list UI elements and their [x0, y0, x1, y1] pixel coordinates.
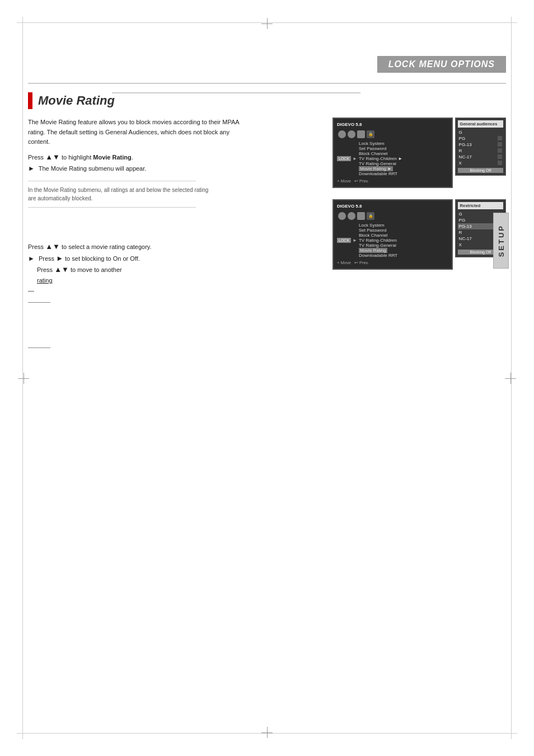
dash2: [28, 348, 50, 348]
step2-keys2: ►: [56, 254, 63, 262]
note-section1: [28, 302, 274, 303]
lock-menu2: Lock System Set Password Block Channel T…: [359, 223, 397, 258]
divider2: [28, 207, 196, 208]
screen2-container: DIGEVO 5.8 🔒 LOCK ► Lock System Set Pass…: [332, 199, 506, 275]
lock-arrow1: ►: [353, 156, 357, 161]
blocking-off1: Blocking Off: [458, 168, 503, 173]
screen1-container: DIGEVO 5.8 🔒 LOCK ► Lock System: [332, 118, 506, 194]
step2-arrow: ►: [28, 255, 35, 262]
movie-rating-hl1: Movie Rating ►: [359, 166, 393, 171]
left-content: The Movie Rating feature allows you to b…: [28, 118, 274, 350]
setup-tab-label: SETUP: [497, 224, 505, 257]
step1-arrow: ►: [28, 165, 35, 172]
note1: In the Movie Rating submenu, all ratings…: [28, 186, 274, 203]
move-label1: + Move: [337, 179, 351, 184]
right-panel1: General audiences G PG PG-13 R NC-17 X B…: [455, 118, 506, 176]
screen2-header: DIGEVO 5.8: [337, 204, 448, 209]
icon-lock1: 🔒: [367, 130, 374, 138]
rating-pg1: PG: [458, 135, 503, 142]
crosshair-top: [261, 18, 273, 29]
icon-settings2: [348, 212, 355, 220]
lock-menu1: Lock System Set Password Block Channel T…: [359, 141, 402, 176]
lock-label1: LOCK: [337, 156, 351, 161]
icon-signal2: [338, 212, 346, 220]
header-line: [28, 83, 506, 84]
screen2-bottom: + Move ↩ Prev.: [337, 260, 448, 265]
step2-rating-text: rating: [37, 276, 274, 286]
panel1-title: General audiences: [458, 120, 503, 128]
section-title-line: [112, 92, 360, 93]
step1-block: Press ▲▼ to highlight Movie Rating. ► Th…: [28, 152, 274, 174]
note-section2: [28, 348, 274, 348]
icon-lock2: 🔒: [367, 212, 374, 220]
move-label2: + Move: [337, 260, 351, 265]
screen1-logo: DIGEVO 5.8: [337, 122, 362, 127]
crosshair-right: [505, 373, 516, 384]
icon-display2: [357, 212, 365, 220]
step2-block: Press ▲▼ to select a movie rating catego…: [28, 241, 274, 296]
section-title: Movie Rating: [38, 93, 115, 108]
step2-keys: ▲▼: [45, 242, 60, 251]
movie-rating-hl2: Movie Rating: [359, 248, 387, 253]
step1-arrow-text: ► The Movie Rating submenu will appear.: [28, 163, 274, 174]
panel2-title: Restricted: [458, 202, 503, 209]
icon-settings1: [348, 130, 355, 138]
cb-pg1: [498, 136, 502, 140]
section-title-area: Movie Rating: [28, 92, 115, 109]
header-title-box: LOCK MENU OPTIONS: [377, 56, 506, 73]
screen1: DIGEVO 5.8 🔒 LOCK ► Lock System: [332, 118, 453, 188]
rating-pg131: PG-13: [458, 142, 503, 148]
prev-label2: ↩ Prev.: [354, 260, 369, 265]
icon-signal1: [338, 130, 346, 138]
step2-sub-text: Press ▲▼ to move to another: [37, 264, 274, 276]
header-title: LOCK MENU OPTIONS: [388, 59, 495, 69]
crosshair-bottom: [261, 727, 273, 738]
intro-text: The Movie Rating feature allows you to b…: [28, 118, 274, 147]
step1-text: Press ▲▼ to highlight Movie Rating.: [28, 152, 274, 163]
screen2-logo: DIGEVO 5.8: [337, 204, 362, 209]
content-area: The Movie Rating feature allows you to b…: [28, 118, 506, 717]
crosshair-left: [18, 373, 29, 384]
lock-arrow2: ►: [353, 238, 357, 243]
lock-row1: LOCK ► Lock System Set Password Block Ch…: [337, 141, 448, 176]
screen1-bottom: + Move ↩ Prev.: [337, 179, 448, 184]
divider1: [28, 181, 196, 181]
screen2: DIGEVO 5.8 🔒 LOCK ► Lock System Set Pass…: [332, 199, 453, 270]
step2-dash-line: —: [28, 286, 274, 296]
icon-display1: [357, 130, 365, 138]
right-screens: DIGEVO 5.8 🔒 LOCK ► Lock System: [332, 118, 506, 281]
screen1-header: DIGEVO 5.8: [337, 122, 448, 127]
step2-text: Press ▲▼ to select a movie rating catego…: [28, 241, 274, 253]
rating-x1: X: [458, 160, 503, 166]
cb-r1: [498, 148, 502, 153]
prev-label1: ↩ Prev.: [354, 179, 369, 184]
cb-nc171: [498, 154, 502, 159]
lock-row2: LOCK ► Lock System Set Password Block Ch…: [337, 223, 448, 258]
rating-nc171: NC-17: [458, 154, 503, 160]
setup-tab: SETUP: [493, 213, 509, 269]
rating-g1: G: [458, 129, 503, 135]
dash1: [28, 302, 50, 303]
step2-arrow-text: ► Press ► to set blocking to On or Off.: [28, 253, 274, 265]
step2-keys3: ▲▼: [54, 265, 69, 274]
cb-pg131: [498, 142, 502, 147]
section-color-bar: [28, 92, 32, 109]
rating-r1: R: [458, 148, 503, 154]
header-section: LOCK MENU OPTIONS: [377, 56, 506, 73]
lock-label2: LOCK: [337, 238, 351, 243]
step1-keys: ▲▼: [45, 153, 60, 161]
cb-x1: [498, 161, 502, 165]
